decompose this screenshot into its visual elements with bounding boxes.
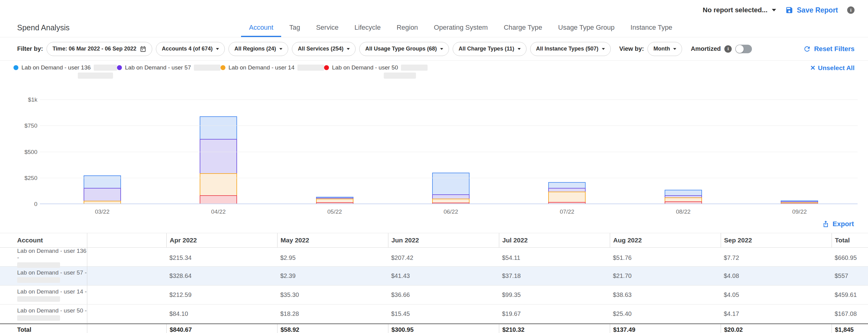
chevron-down-icon [216, 48, 219, 50]
bar-segment-lab-on-demand-user-136[interactable] [548, 182, 586, 188]
legend-dot [324, 65, 329, 70]
column-header-total: Total [832, 233, 868, 247]
tab-lifecycle[interactable]: Lifecycle [346, 24, 389, 37]
account-cell: Lab on Demand - user 50 - [0, 304, 87, 323]
tab-usage-type-group[interactable]: Usage Type Group [550, 24, 622, 37]
total-jun-2022: $300.95 [388, 324, 499, 333]
cell-sep-2022: $4.05 [721, 286, 832, 304]
bar-03-22[interactable] [84, 175, 121, 204]
column-header-may-2022: May 2022 [277, 233, 388, 247]
cell-jul-2022: $37.18 [499, 267, 610, 285]
bar-segment-lab-on-demand-user-57[interactable] [432, 194, 469, 199]
table-row-lab-on-demand-user-14[interactable]: Lab on Demand - user 14 -$212.59$35.30$3… [0, 286, 868, 304]
tab-operating-system[interactable]: Operating System [426, 24, 496, 37]
chart-plot-area [44, 86, 858, 204]
bar-segment-lab-on-demand-user-14[interactable] [548, 192, 586, 202]
table-row-lab-on-demand-user-50[interactable]: Lab on Demand - user 50 -$84.10$18.28$15… [0, 304, 868, 324]
save-report-button[interactable]: Save Report [785, 6, 838, 14]
toggle-knob [736, 45, 744, 53]
bar-group-07-22 [509, 86, 625, 204]
x-axis: 03/2204/2205/2206/2207/2208/2209/22 [44, 208, 858, 215]
bar-segment-lab-on-demand-user-57[interactable] [548, 188, 586, 192]
gridline-250 [40, 178, 858, 178]
legend-row: Lab on Demand - user 136Lab on Demand - … [0, 61, 868, 81]
filter-pill-charge-types[interactable]: All Charge Types (11) [453, 42, 527, 56]
reset-filters-button[interactable]: Reset Filters [803, 45, 855, 53]
legend-item-lab-on-demand-user-136[interactable]: Lab on Demand - user 136 [13, 64, 117, 79]
table-row-lab-on-demand-user-57[interactable]: Lab on Demand - user 57 -$328.64$2.39$41… [0, 267, 868, 286]
bar-segment-lab-on-demand-user-136[interactable] [664, 190, 702, 195]
bar-segment-lab-on-demand-user-50[interactable] [200, 195, 237, 204]
table-row-lab-on-demand-user-136[interactable]: Lab on Demand - user 136 -$215.34$2.95$2… [0, 247, 868, 267]
bar-08-22[interactable] [664, 190, 702, 204]
y-tick-label: $1k [28, 96, 37, 103]
cell-may-2022: $18.28 [277, 304, 388, 323]
tab-charge-type[interactable]: Charge Type [496, 24, 550, 37]
unselect-all-button[interactable]: ✕ Unselect All [810, 64, 855, 72]
cell-spacer [87, 304, 166, 323]
tab-tag[interactable]: Tag [281, 24, 308, 37]
redacted-text [94, 65, 117, 71]
account-name: Lab on Demand - user 136 - [17, 247, 87, 261]
bar-segment-lab-on-demand-user-57[interactable] [664, 195, 702, 197]
filter-pill-regions[interactable]: All Regions (24) [228, 42, 288, 56]
bar-07-22[interactable] [548, 182, 586, 204]
chevron-down-icon [518, 48, 521, 50]
cell-total: $167.08 [832, 304, 868, 323]
x-tick-label: 09/22 [742, 208, 858, 215]
tab-account[interactable]: Account [241, 24, 281, 37]
redacted-text [298, 65, 324, 71]
report-selector-dropdown[interactable]: No report selected... [703, 6, 776, 14]
account-name: Lab on Demand - user 50 - [17, 307, 87, 314]
legend-item-lab-on-demand-user-14[interactable]: Lab on Demand - user 14 [220, 64, 324, 79]
redacted-text [17, 296, 60, 302]
filter-pill-time-range[interactable]: Time: 06 Mar 2022 - 06 Sep 2022 [46, 42, 152, 56]
bar-segment-lab-on-demand-user-136[interactable] [84, 175, 121, 188]
total-aug-2022: $137.49 [610, 324, 721, 333]
filter-pill-label: All Instance Types (507) [536, 45, 598, 52]
legend-label: Lab on Demand - user 14 [228, 64, 294, 71]
view-by-dropdown[interactable]: Month [648, 42, 682, 56]
filter-pill-label: Accounts 4 (of 674) [162, 45, 213, 52]
column-header-jul-2022: Jul 2022 [499, 233, 610, 247]
filter-pill-services[interactable]: All Services (254) [292, 42, 355, 56]
bar-segment-lab-on-demand-user-14[interactable] [432, 199, 469, 203]
tab-instance-type[interactable]: Instance Type [623, 24, 681, 37]
bar-segment-lab-on-demand-user-136[interactable] [200, 116, 237, 139]
export-icon [822, 220, 829, 228]
bar-05-22[interactable] [316, 197, 353, 204]
legend-item-lab-on-demand-user-57[interactable]: Lab on Demand - user 57 [117, 64, 220, 79]
amortized-toggle[interactable] [735, 45, 752, 53]
tab-region[interactable]: Region [389, 24, 426, 37]
cell-sep-2022: $4.08 [721, 267, 832, 285]
cell-sep-2022: $4.17 [721, 304, 832, 323]
gridline-750 [40, 126, 858, 126]
export-label: Export [833, 220, 854, 228]
total-apr-2022: $840.67 [166, 324, 277, 333]
bar-04-22[interactable] [200, 116, 237, 204]
info-icon[interactable]: i [724, 45, 732, 53]
filter-pill-accounts[interactable]: Accounts 4 (of 674) [156, 42, 225, 56]
filter-pill-instance-types[interactable]: All Instance Types (507) [530, 42, 611, 56]
bar-segment-lab-on-demand-user-14[interactable] [200, 173, 237, 195]
export-button[interactable]: Export [822, 220, 854, 228]
legend-label: Lab on Demand - user 50 [332, 64, 398, 71]
cell-jul-2022: $99.35 [499, 286, 610, 304]
filter-pill-usage-type-groups[interactable]: All Usage Type Groups (68) [359, 42, 449, 56]
cell-jun-2022: $15.45 [388, 304, 499, 323]
tab-bar: AccountTagServiceLifecycleRegionOperatin… [241, 24, 680, 37]
bar-group-04-22 [160, 86, 276, 204]
tab-service[interactable]: Service [308, 24, 346, 37]
legend-item-lab-on-demand-user-50[interactable]: Lab on Demand - user 50 [324, 64, 428, 79]
redacted-text [384, 72, 416, 79]
bar-segment-lab-on-demand-user-136[interactable] [432, 173, 469, 194]
bar-segment-lab-on-demand-user-14[interactable] [316, 199, 353, 202]
bar-segment-lab-on-demand-user-14[interactable] [664, 197, 702, 201]
bar-segment-lab-on-demand-user-57[interactable] [200, 139, 237, 173]
info-icon[interactable]: i [847, 6, 855, 14]
report-selector-label: No report selected... [703, 6, 768, 14]
cell-jun-2022: $36.66 [388, 286, 499, 304]
table-total-row: Total$840.67$58.92$300.95$210.32$137.49$… [0, 324, 868, 333]
bar-segment-lab-on-demand-user-57[interactable] [84, 188, 121, 200]
total-may-2022: $58.92 [277, 324, 388, 333]
